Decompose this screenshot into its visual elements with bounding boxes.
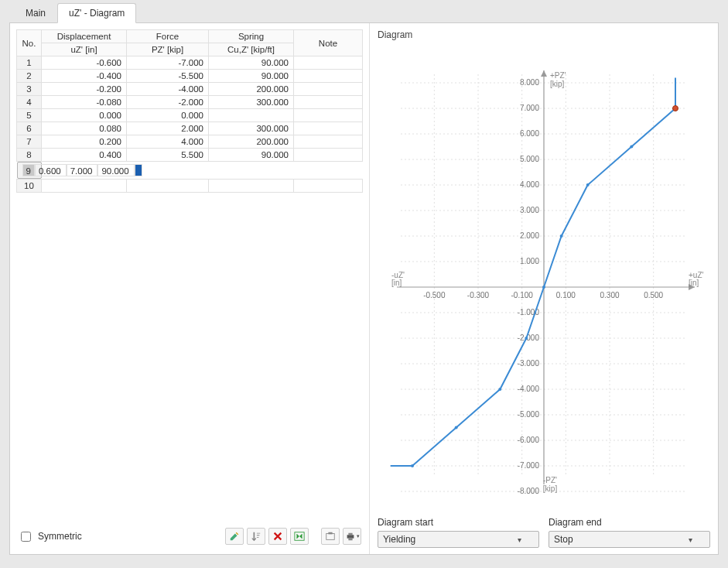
- cell-spring[interactable]: 300.000: [209, 122, 294, 135]
- chevron-down-icon: ▾: [518, 535, 521, 544]
- svg-text:-6.000: -6.000: [518, 436, 540, 444]
- toolbar-icons: ▾: [225, 528, 361, 545]
- cell-force[interactable]: 4.000: [127, 135, 209, 149]
- svg-text:[in]: [in]: [391, 279, 402, 287]
- svg-point-59: [525, 337, 528, 340]
- cell-displacement[interactable]: -0.200: [42, 83, 127, 96]
- cell-note[interactable]: [294, 83, 363, 96]
- tab-bar: Main uZ' - Diagram: [14, 3, 728, 23]
- col-header-spring-unit: Cu,Z' [kip/ft]: [209, 43, 294, 56]
- cell-spring[interactable]: 200.000: [209, 83, 294, 96]
- cell-spring[interactable]: 90.000: [209, 149, 294, 162]
- symmetric-checkbox-input[interactable]: [21, 532, 31, 542]
- cell-force[interactable]: 7.000: [67, 164, 98, 176]
- svg-text:-2.000: -2.000: [518, 334, 540, 342]
- table-row[interactable]: 90.6007.00090.000: [17, 162, 42, 179]
- col-header-note: Note: [294, 30, 363, 56]
- cell-spring[interactable]: 90.000: [209, 70, 294, 83]
- svg-text:0.300: 0.300: [600, 291, 619, 299]
- cell-note[interactable]: [135, 164, 142, 176]
- svg-text:-0.500: -0.500: [423, 291, 446, 299]
- cell-note[interactable]: [294, 135, 363, 149]
- cell-displacement[interactable]: 0.600: [35, 164, 67, 176]
- print-icon[interactable]: ▾: [343, 528, 361, 545]
- main-panel: No. Displacement Force Spring Note uZ' […: [9, 22, 719, 555]
- cell-note[interactable]: [294, 149, 363, 162]
- svg-point-65: [673, 106, 678, 111]
- cell-displacement[interactable]: 0.400: [42, 149, 127, 162]
- cell-note[interactable]: [294, 56, 363, 70]
- svg-point-63: [630, 145, 633, 149]
- delete-icon[interactable]: [268, 528, 287, 545]
- tab-main[interactable]: Main: [14, 3, 57, 23]
- data-table[interactable]: No. Displacement Force Spring Note uZ' […: [16, 29, 363, 193]
- table-row[interactable]: 10: [17, 180, 363, 193]
- cell-spring[interactable]: 90.000: [97, 164, 134, 176]
- svg-text:8.000: 8.000: [520, 78, 539, 87]
- cell-note[interactable]: [294, 96, 363, 109]
- col-header-force-unit: PZ' [kip]: [127, 43, 209, 56]
- svg-text:-8.000: -8.000: [518, 487, 540, 495]
- tab-uz-diagram[interactable]: uZ' - Diagram: [57, 3, 136, 23]
- table-row[interactable]: 80.4005.50090.000: [17, 149, 363, 162]
- cell-note[interactable]: [294, 70, 363, 83]
- export-icon[interactable]: [321, 528, 340, 545]
- cell-displacement[interactable]: 0.000: [42, 109, 127, 122]
- chart-area: -8.000-7.000-6.000-5.000-4.000-3.000-2.0…: [378, 43, 710, 512]
- symmetric-checkbox[interactable]: Symmetric: [18, 529, 82, 544]
- col-header-disp: Displacement: [42, 30, 127, 43]
- svg-point-56: [411, 464, 414, 467]
- cell-force[interactable]: -5.500: [127, 70, 209, 83]
- table-row[interactable]: 4-0.080-2.000300.000: [17, 96, 363, 109]
- cell-note[interactable]: [294, 122, 363, 135]
- cell-force[interactable]: 2.000: [127, 122, 209, 135]
- diagram-start-select[interactable]: Yielding ▾: [378, 531, 539, 548]
- edit-icon[interactable]: [225, 528, 244, 545]
- col-header-no: No.: [17, 30, 42, 56]
- sort-icon[interactable]: [247, 528, 265, 545]
- cell-note[interactable]: [294, 109, 363, 122]
- left-column: No. Displacement Force Spring Note uZ' […: [10, 23, 370, 554]
- cell-force[interactable]: 5.500: [127, 149, 209, 162]
- row-number: 7: [17, 135, 42, 149]
- cell-displacement[interactable]: -0.080: [42, 96, 127, 109]
- row-number: 5: [17, 109, 42, 122]
- cell-spring[interactable]: 300.000: [209, 96, 294, 109]
- table-row[interactable]: 60.0802.000300.000: [17, 122, 363, 135]
- cell-displacement[interactable]: 0.200: [42, 135, 127, 149]
- table-row[interactable]: 50.0000.000: [17, 109, 363, 122]
- svg-point-62: [586, 183, 590, 186]
- cell-displacement[interactable]: 0.080: [42, 122, 127, 135]
- cell-spring[interactable]: 200.000: [209, 135, 294, 149]
- cell-displacement[interactable]: [42, 180, 127, 193]
- cell-spring[interactable]: [209, 109, 294, 122]
- window: Main uZ' - Diagram No. Displacement Forc…: [0, 3, 728, 568]
- table-row[interactable]: 70.2004.000200.000: [17, 135, 363, 149]
- diagram-title: Diagram: [378, 29, 710, 40]
- row-number: 1: [17, 56, 42, 70]
- cell-force[interactable]: -4.000: [127, 83, 209, 96]
- row-number: 3: [17, 83, 42, 96]
- table-row[interactable]: 1-0.600-7.00090.000: [17, 56, 363, 70]
- cell-force[interactable]: [127, 180, 209, 193]
- cell-force[interactable]: -7.000: [127, 56, 209, 70]
- table-row[interactable]: 3-0.200-4.000200.000: [17, 83, 363, 96]
- table-row[interactable]: 2-0.400-5.50090.000: [17, 70, 363, 83]
- svg-text:-4.000: -4.000: [518, 385, 540, 393]
- diagram-end-select[interactable]: Stop ▾: [549, 531, 710, 548]
- svg-text:-3.000: -3.000: [518, 359, 540, 368]
- cell-displacement[interactable]: -0.400: [42, 70, 127, 83]
- svg-point-61: [560, 234, 563, 238]
- cell-force[interactable]: 0.000: [127, 109, 209, 122]
- cell-note[interactable]: [294, 180, 363, 193]
- excel-icon[interactable]: [290, 528, 309, 545]
- row-number: 6: [17, 122, 42, 135]
- cell-force[interactable]: -2.000: [127, 96, 209, 109]
- col-header-spring: Spring: [209, 30, 294, 43]
- cell-displacement[interactable]: -0.600: [42, 56, 127, 70]
- row-number: 9: [22, 164, 35, 176]
- svg-text:0.100: 0.100: [556, 291, 576, 299]
- cell-spring[interactable]: 90.000: [209, 56, 294, 70]
- cell-spring[interactable]: [209, 180, 294, 193]
- svg-rect-0: [295, 532, 304, 541]
